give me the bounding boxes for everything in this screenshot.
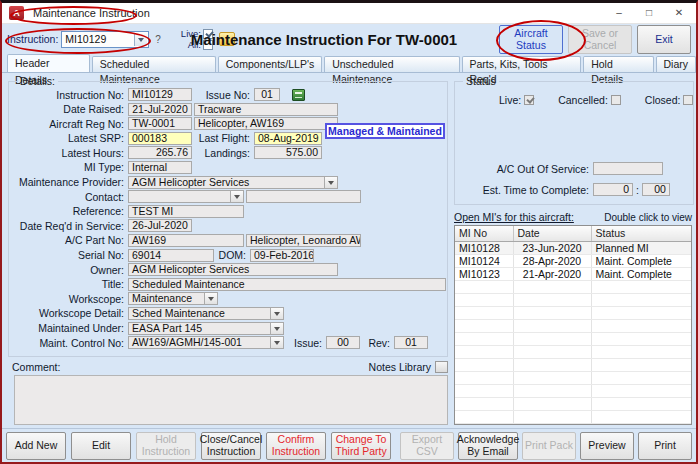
latest-srp-field[interactable]: 000183 [128,132,192,145]
open-mis-table: MI No Date Status MI10128 23-Jun-2020 Pl… [454,225,692,425]
contact-combobox[interactable] [128,190,244,203]
serial-no-field[interactable]: 69014 [128,249,214,262]
tab-strip: Header Details Scheduled Maintenance Com… [2,54,696,72]
owner-field[interactable]: AGM Helicopter Services [128,263,338,276]
aircraft-reg-label: Aircraft Reg No: [11,118,128,130]
title-bar: A Maintenance Instruction – □ ✕ [2,3,696,24]
rev-field[interactable]: 01 [394,336,428,349]
status-cell: Maint. Complete [591,254,691,267]
chevron-down-icon [230,191,243,202]
issue-label: Issue: [284,337,326,349]
last-flight-field[interactable]: 08-Aug-2019 [254,132,322,145]
date-raised-field[interactable]: 21-Jul-2020 [128,103,192,116]
dom-field[interactable]: 09-Feb-2016 [250,249,314,262]
table-row[interactable]: MI10128 23-Jun-2020 Planned MI [455,241,691,254]
workscope-detail-combobox[interactable]: Sched Maintenance [128,307,284,320]
minimize-icon[interactable]: – [604,3,634,24]
export-csv-button: Export CSV [400,432,454,460]
rev-label: Rev: [360,337,394,349]
confirm-instruction-button[interactable]: Confirm Instruction [266,432,326,460]
print-pack-button: Print Pack [522,432,576,460]
maint-control-no-combobox[interactable]: AW169/AGMH/145-001 [128,336,284,349]
maintained-under-combobox[interactable]: EASA Part 145 [128,322,284,335]
live-status-checkbox[interactable] [524,95,534,105]
table-row[interactable]: MI10124 28-Apr-2020 Maint. Complete [455,254,691,267]
tab-unscheduled-maintenance[interactable]: Unscheduled Maintenance [324,56,459,72]
chevron-down-icon [204,293,217,304]
cancelled-status-checkbox[interactable] [611,95,621,105]
issue-no-field[interactable]: 01 [254,88,280,101]
change-to-third-party-button[interactable]: Change To Third Party [331,432,391,460]
ac-part-desc-field[interactable]: Helicopter, Leonardo AW169 [246,234,361,247]
date-reqd-field[interactable]: 26-Jul-2020 [128,219,192,232]
save-or-cancel-button: Save or Cancel [568,25,632,54]
table-row[interactable]: MI10123 21-Apr-2020 Maint. Complete [455,267,691,280]
mi-type-label: MI Type: [11,161,128,173]
status-legend: Status [463,75,499,87]
notes-library-button[interactable] [435,361,448,373]
tab-header-details[interactable]: Header Details [7,54,90,72]
aircraft-reg-field[interactable]: TW-0001 [128,117,192,130]
instruction-combobox[interactable]: MI10129 [61,31,149,48]
app-icon: A [9,6,24,20]
close-icon[interactable]: ✕ [664,3,694,24]
hold-instruction-button: Hold Instruction [136,432,196,460]
mi-type-field[interactable]: Internal [128,161,192,174]
maintained-under-value: EASA Part 145 [132,322,202,334]
maint-control-no-value: AW169/AGMH/145-001 [132,336,242,348]
maint-control-no-label: Maint. Control No: [11,337,128,349]
instruction-no-label: Instruction No: [11,89,128,101]
maximize-icon[interactable]: □ [634,3,664,24]
help-icon[interactable]: ? [155,34,161,45]
maintenance-provider-combobox[interactable]: AGM Helicopter Services [128,176,338,189]
raised-by-field[interactable]: Tracware [194,103,338,116]
ac-out-of-service-field[interactable] [593,162,663,175]
window-title: Maintenance Instruction [33,7,150,19]
issue-field[interactable]: 00 [326,336,360,349]
acknowledge-by-email-button[interactable]: Acknowledge By Email [458,432,518,460]
workscope-value: Maintenance [132,292,192,304]
latest-hours-field[interactable]: 265.76 [128,146,192,159]
est-time-mins-field[interactable]: 00 [642,183,670,196]
column-header-mi-no[interactable]: MI No [455,226,513,241]
tab-components-llps[interactable]: Components/LLP's [218,56,322,72]
ac-part-no-label: A/C Part No: [11,234,128,246]
aircraft-status-button[interactable]: Aircraft Status [499,25,563,54]
managed-maintained-badge: Managed & Maintained [325,123,445,139]
comment-textarea[interactable] [14,375,448,425]
instruction-no-field[interactable]: MI10129 [128,88,192,101]
comment-label: Comment: [12,361,60,373]
mi-no-cell: MI10124 [455,254,513,267]
reference-field[interactable]: TEST MI [128,205,244,218]
closed-status-checkbox[interactable] [683,95,693,105]
live-status-label: Live: [499,94,521,106]
aircraft-desc-field[interactable]: Helicopter, AW169 [194,117,338,130]
ac-part-no-field[interactable]: AW169 [128,234,244,247]
landings-field[interactable]: 575.00 [254,146,322,159]
details-groupbox: Details: Instruction No: MI10129 Issue N… [8,75,448,357]
workscope-combobox[interactable]: Maintenance [128,292,218,305]
status-groupbox: Status Live: Cancelled: Closed: A/C Out … [454,75,694,205]
chevron-down-icon [270,337,283,348]
tab-scheduled-maintenance[interactable]: Scheduled Maintenance [92,56,216,72]
tab-parts-kits-tools[interactable]: Parts, Kits, Tools Req'd [462,56,582,72]
chevron-down-icon [270,308,283,319]
est-time-hours-field[interactable]: 0 [593,183,633,196]
add-new-button[interactable]: Add New [6,432,66,460]
date-cell: 28-Apr-2020 [513,254,591,267]
column-header-status[interactable]: Status [591,226,691,241]
tab-hold-details[interactable]: Hold Details [583,56,653,72]
close-cancel-instruction-button[interactable]: Close/Cancel Instruction [201,432,261,460]
edit-button[interactable]: Edit [71,432,131,460]
preview-button[interactable]: Preview [580,432,634,460]
issue-no-label: Issue No: [192,89,254,101]
column-header-date[interactable]: Date [513,226,591,241]
title-field[interactable]: Scheduled Maintenance [128,278,446,291]
exit-button[interactable]: Exit [637,25,691,54]
copy-issue-icon[interactable] [292,89,305,101]
contact-label: Contact: [11,191,128,203]
contact-detail-field[interactable] [246,190,361,203]
print-button[interactable]: Print [638,432,692,460]
tab-diary[interactable]: Diary [656,56,697,72]
chevron-down-icon [324,177,337,188]
